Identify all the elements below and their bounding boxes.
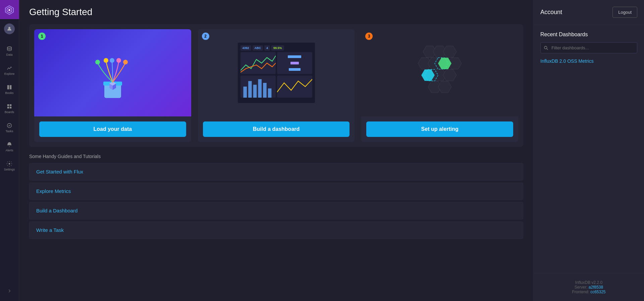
sidebar-item-books-label: Books [5, 91, 13, 95]
account-section: Account Logout [534, 0, 644, 25]
frontend-label: Frontend: [572, 290, 589, 294]
account-header: Account Logout [540, 7, 637, 18]
sidebar-item-data[interactable]: Data [0, 42, 19, 61]
build-dashboard-visual: 2 4392 ABC 4 99.5% [198, 29, 355, 116]
sidebar-item-tasks-label: Tasks [5, 130, 13, 133]
svg-rect-8 [10, 104, 11, 106]
sidebar-nav: Data Explore Books Boards [0, 38, 19, 284]
account-title: Account [540, 9, 562, 16]
sidebar-item-explore-label: Explore [4, 72, 15, 76]
svg-point-21 [116, 58, 121, 63]
svg-rect-5 [7, 85, 9, 90]
sidebar-item-explore[interactable]: Explore [0, 61, 19, 80]
frontend-text: Frontend: cc65325 [540, 290, 637, 294]
svg-rect-26 [258, 79, 262, 98]
set-up-alerting-btn-wrapper: Set up alerting [361, 116, 518, 142]
recent-dashboard-link-oss[interactable]: InfluxDB 2.0 OSS Metrics [540, 58, 594, 64]
expand-sidebar-button[interactable] [0, 284, 19, 298]
svg-point-19 [104, 58, 108, 63]
svg-point-4 [7, 47, 12, 48]
dash-stat-2: ABC [253, 45, 263, 51]
card-number-2: 2 [202, 33, 209, 40]
svg-point-45 [544, 46, 547, 49]
guide-link-task[interactable]: Write a Task [36, 227, 64, 233]
page-title: Getting Started [29, 7, 523, 17]
page-header: Getting Started [19, 0, 533, 21]
recent-dashboards-title: Recent Dashboards [540, 32, 637, 38]
guide-item-metrics[interactable]: Explore Metrics [29, 183, 523, 200]
recent-dashboards-section: Recent Dashboards InfluxDB 2.0 OSS Metri… [534, 25, 644, 273]
svg-rect-10 [10, 107, 11, 108]
svg-point-22 [123, 60, 128, 64]
dash-stat-4: 99.5% [271, 45, 284, 51]
guide-item-task[interactable]: Write a Task [29, 221, 523, 239]
svg-point-18 [95, 60, 100, 64]
sidebar-item-settings-label: Settings [4, 168, 15, 171]
alerting-visual: 3 [361, 29, 518, 116]
load-data-btn-wrapper: Load your data [34, 116, 191, 142]
user-avatar[interactable] [0, 19, 19, 38]
sidebar-item-settings[interactable]: Settings [0, 156, 19, 175]
svg-rect-23 [243, 87, 247, 98]
right-panel: Account Logout Recent Dashboards InfluxD… [533, 0, 644, 301]
server-label: Server: [575, 285, 588, 290]
sidebar-item-books[interactable]: Books [0, 80, 19, 99]
load-data-visual: 1 [34, 29, 191, 116]
set-up-alerting-button[interactable]: Set up alerting [366, 121, 513, 137]
alerting-illustration [406, 39, 473, 106]
svg-rect-25 [253, 85, 257, 98]
filter-dashboards-input[interactable] [540, 42, 637, 53]
sidebar-item-alerts-label: Alerts [5, 149, 13, 152]
server-hash[interactable]: a2f8538 [589, 285, 603, 290]
guides-title: Some Handy Guides and Tutorials [29, 154, 523, 159]
guide-link-dashboard[interactable]: Build a Dashboard [36, 208, 77, 213]
sidebar-bottom [0, 284, 19, 301]
sidebar-item-boards[interactable]: Boards [0, 99, 19, 118]
sidebar-item-data-label: Data [6, 53, 12, 56]
svg-marker-31 [443, 46, 457, 57]
svg-rect-9 [7, 107, 9, 108]
frontend-hash[interactable]: cc65325 [590, 290, 605, 294]
build-dashboard-card: 2 4392 ABC 4 99.5% [198, 29, 355, 142]
svg-marker-40 [438, 81, 451, 93]
guide-item-flux[interactable]: Get Started with Flux [29, 163, 523, 181]
guide-link-metrics[interactable]: Explore Metrics [36, 188, 71, 194]
card-number-3: 3 [365, 33, 373, 40]
server-text: Server: a2f8538 [540, 285, 637, 290]
guide-link-flux[interactable]: Get Started with Flux [36, 169, 83, 174]
svg-marker-43 [438, 58, 451, 69]
load-data-card: 1 [34, 29, 191, 142]
main-content: Getting Started 1 [19, 0, 533, 301]
alerting-card: 3 [361, 29, 518, 142]
svg-rect-7 [7, 104, 9, 106]
svg-point-12 [9, 163, 10, 165]
svg-point-2 [8, 9, 10, 11]
svg-rect-27 [263, 83, 267, 98]
svg-rect-6 [10, 85, 11, 90]
sidebar-item-tasks[interactable]: Tasks [0, 118, 19, 137]
sidebar-item-alerts[interactable]: Alerts [0, 137, 19, 156]
card-number-1: 1 [38, 33, 46, 40]
search-icon [544, 46, 548, 50]
guide-item-dashboard[interactable]: Build a Dashboard [29, 202, 523, 219]
sidebar: Data Explore Books Boards [0, 0, 19, 301]
build-dashboard-btn-wrapper: Build a dashboard [198, 116, 355, 142]
guides-section: Some Handy Guides and Tutorials Get Star… [29, 154, 523, 239]
load-data-illustration [86, 39, 140, 106]
app-logo[interactable] [0, 0, 19, 19]
svg-rect-28 [268, 89, 271, 98]
load-data-button[interactable]: Load your data [39, 121, 186, 137]
content-area: 1 [19, 21, 533, 301]
logout-button[interactable]: Logout [612, 7, 637, 18]
dash-stat-3: 4 [264, 45, 270, 51]
panel-footer: InfluxDB v2.2.0 Server: a2f8538 Frontend… [534, 273, 644, 301]
filter-wrapper [540, 42, 637, 53]
svg-marker-38 [443, 69, 457, 81]
dash-stat-1: 4392 [240, 45, 251, 51]
getting-started-cards: 1 [29, 24, 523, 147]
svg-rect-24 [248, 81, 252, 98]
svg-point-20 [110, 58, 114, 63]
svg-line-46 [547, 48, 548, 50]
version-text: InfluxDB v2.2.0 [540, 280, 637, 285]
build-dashboard-button[interactable]: Build a dashboard [203, 121, 350, 137]
